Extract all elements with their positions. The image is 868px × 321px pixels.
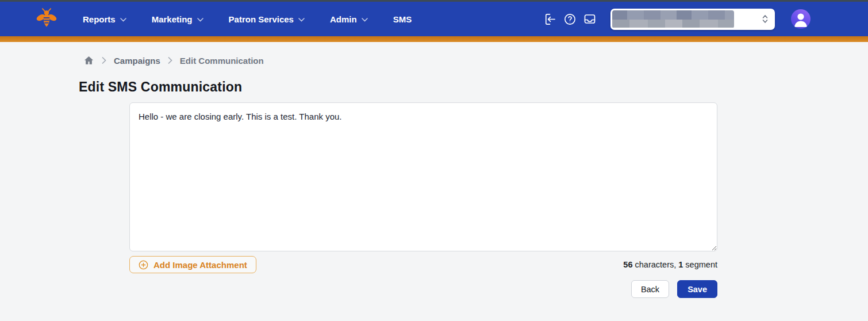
char-count-value: 56 <box>623 260 632 269</box>
redacted-account-name <box>612 10 734 28</box>
accent-bar <box>0 36 868 42</box>
save-button[interactable]: Save <box>677 280 717 298</box>
nav-item-patron-services[interactable]: Patron Services <box>229 14 305 24</box>
plus-circle-icon <box>139 260 148 270</box>
chevron-down-icon <box>362 18 368 22</box>
nav-item-label: Admin <box>330 14 357 24</box>
nav-item-sms[interactable]: SMS <box>393 14 412 24</box>
characters-label: characters, <box>632 260 678 269</box>
attachment-row: Add Image Attachment 56 characters, 1 se… <box>129 256 717 273</box>
back-button[interactable]: Back <box>631 280 669 298</box>
nav-item-label: Marketing <box>152 14 193 24</box>
segment-label: segment <box>683 260 717 269</box>
nav-item-label: Patron Services <box>229 14 294 24</box>
add-image-label: Add Image Attachment <box>153 260 247 270</box>
main-nav: Reports Marketing Patron Services Admin … <box>83 14 412 24</box>
select-stepper-icon <box>761 9 769 30</box>
breadcrumb-separator-icon <box>102 57 106 64</box>
inbox-icon[interactable] <box>583 12 597 26</box>
nav-item-marketing[interactable]: Marketing <box>152 14 203 24</box>
chevron-down-icon <box>197 18 203 22</box>
character-count: 56 characters, 1 segment <box>623 260 717 269</box>
logout-icon[interactable] <box>543 12 556 26</box>
chevron-down-icon <box>120 18 126 22</box>
chevron-down-icon <box>298 18 305 22</box>
add-image-attachment-button[interactable]: Add Image Attachment <box>129 256 256 273</box>
action-buttons-row: Back Save <box>129 280 717 298</box>
brand-logo[interactable] <box>36 6 57 32</box>
nav-item-label: SMS <box>393 14 412 24</box>
person-icon <box>791 9 811 29</box>
page-title: Edit SMS Communication <box>79 79 868 95</box>
bee-logo-icon <box>36 6 57 32</box>
page: { "nav": { "items": [ {"label": "Reports… <box>0 0 868 321</box>
breadcrumb-separator-icon <box>168 57 172 64</box>
nav-item-reports[interactable]: Reports <box>83 14 126 24</box>
home-icon[interactable] <box>83 55 94 66</box>
breadcrumb-campaigns[interactable]: Campaigns <box>114 56 160 66</box>
top-navbar: Reports Marketing Patron Services Admin … <box>0 2 868 36</box>
help-icon[interactable] <box>563 12 577 26</box>
nav-item-label: Reports <box>83 14 116 24</box>
message-textarea[interactable]: Hello - we are closing early. This is a … <box>129 102 717 251</box>
sms-form: Hello - we are closing early. This is a … <box>129 102 717 298</box>
nav-item-admin[interactable]: Admin <box>330 14 368 24</box>
main-content: Campaigns Edit Communication Edit SMS Co… <box>0 42 868 298</box>
breadcrumb: Campaigns Edit Communication <box>0 42 868 66</box>
user-avatar[interactable] <box>791 9 811 29</box>
navbar-right <box>543 9 868 30</box>
account-select[interactable] <box>610 9 775 30</box>
breadcrumb-current-page: Edit Communication <box>180 56 264 66</box>
